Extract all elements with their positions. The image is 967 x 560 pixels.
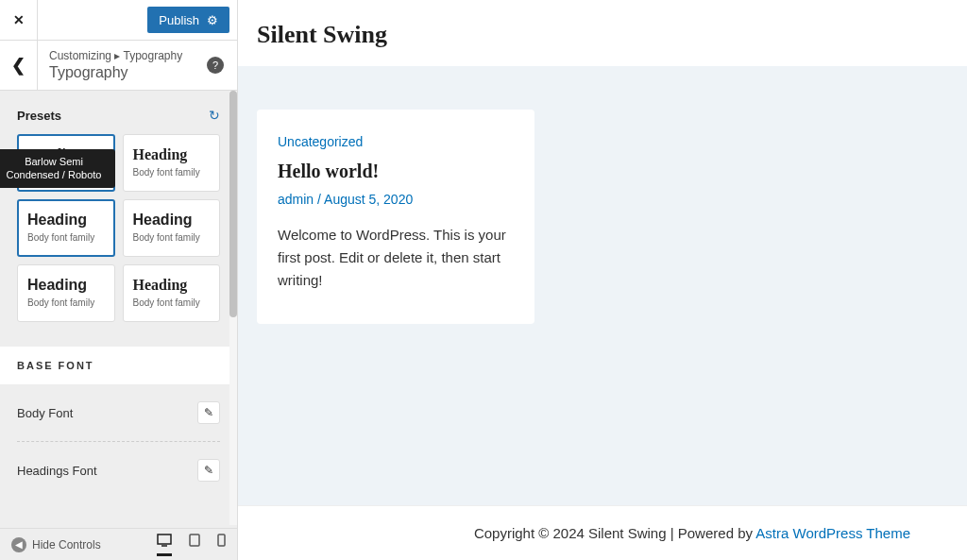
post-category-link[interactable]: Uncategorized [278,134,514,149]
site-title[interactable]: Silent Swing [257,21,948,49]
preset-card-4[interactable]: Heading Body font family [123,199,221,257]
back-button[interactable]: ❮ [0,40,38,91]
base-font-section-header: BASE FONT [0,347,237,384]
body-font-label: Body Font [17,406,73,420]
headings-font-row: Headings Font ✎ [17,442,220,499]
sidebar-scroll: Presets ↻ Heading Heading Body font fami… [0,91,237,528]
sidebar-header: ✕ Publish ⚙ [0,0,237,40]
pencil-icon: ✎ [204,406,213,419]
customizer-sidebar: ✕ Publish ⚙ ❮ Customizing ▸ Typography T… [0,0,238,560]
preset-heading: Heading [27,277,105,294]
post-card: Uncategorized Hello world! admin / Augus… [257,110,534,324]
close-button[interactable]: ✕ [0,0,38,40]
desktop-icon[interactable] [157,534,172,556]
gear-icon: ⚙ [207,13,218,27]
post-excerpt: Welcome to WordPress. This is your first… [278,224,514,292]
preset-heading: Heading [133,277,211,294]
reset-icon[interactable]: ↻ [209,108,220,123]
preset-heading: Heading [27,212,105,229]
post-author-link[interactable]: admin [278,192,314,207]
scrollbar-thumb[interactable] [229,91,237,317]
pencil-icon: ✎ [204,464,213,477]
tooltip-line1: Barlow Semi [2,155,106,168]
body-font-row: Body Font ✎ [17,384,220,442]
preset-heading: Heading [133,146,211,163]
preset-body: Body font family [27,297,105,308]
post-meta: admin / August 5, 2020 [278,192,514,207]
preview-pane: Silent Swing Uncategorized Hello world! … [238,0,967,560]
svg-rect-0 [158,535,171,544]
chevron-left-icon: ◀ [11,537,26,552]
tooltip-line2: Condensed / Roboto [2,168,106,181]
scrollbar-track [229,91,237,525]
preset-body: Body font family [133,167,211,178]
preset-card-6[interactable]: Heading Body font family [123,264,221,322]
base-font-title: BASE FONT [17,360,220,371]
body-font-edit-button[interactable]: ✎ [197,401,220,424]
breadcrumb-row: ❮ Customizing ▸ Typography Typography ? [0,40,237,91]
preset-body: Body font family [27,232,105,243]
svg-rect-2 [190,535,199,546]
presets-title: Presets [17,109,61,123]
preset-body: Body font family [133,297,211,308]
chevron-left-icon: ❮ [11,55,25,76]
sidebar-footer: ◀ Hide Controls [0,528,237,560]
svg-rect-3 [218,535,225,546]
publish-button[interactable]: Publish ⚙ [147,7,229,33]
headings-font-edit-button[interactable]: ✎ [197,459,220,482]
site-footer: Copyright © 2024 Silent Swing | Powered … [238,505,967,560]
hide-controls-label: Hide Controls [32,538,101,552]
post-title-link[interactable]: Hello world! [278,161,514,182]
preset-heading: Heading [133,212,211,229]
copyright-text: Copyright © 2024 Silent Swing | Powered … [474,525,755,541]
mobile-icon[interactable] [217,534,226,556]
hide-controls-button[interactable]: ◀ Hide Controls [11,537,144,552]
tablet-icon[interactable] [189,534,200,556]
publish-label: Publish [159,13,199,27]
post-meta-sep: / [314,192,324,207]
preset-tooltip: Barlow Semi Condensed / Roboto [0,149,115,188]
preset-card-5[interactable]: Heading Body font family [17,264,115,322]
breadcrumb-title: Typography [49,64,207,81]
preset-body: Body font family [133,232,211,243]
headings-font-label: Headings Font [17,464,97,478]
preset-card-3[interactable]: Heading Body font family [17,199,115,257]
theme-link[interactable]: Astra WordPress Theme [755,525,910,541]
breadcrumb-path: Customizing ▸ Typography [49,49,207,62]
preset-card-2[interactable]: Heading Body font family [123,134,221,192]
post-date-link[interactable]: August 5, 2020 [324,192,413,207]
help-icon[interactable]: ? [207,57,224,74]
close-icon: ✕ [13,12,25,27]
